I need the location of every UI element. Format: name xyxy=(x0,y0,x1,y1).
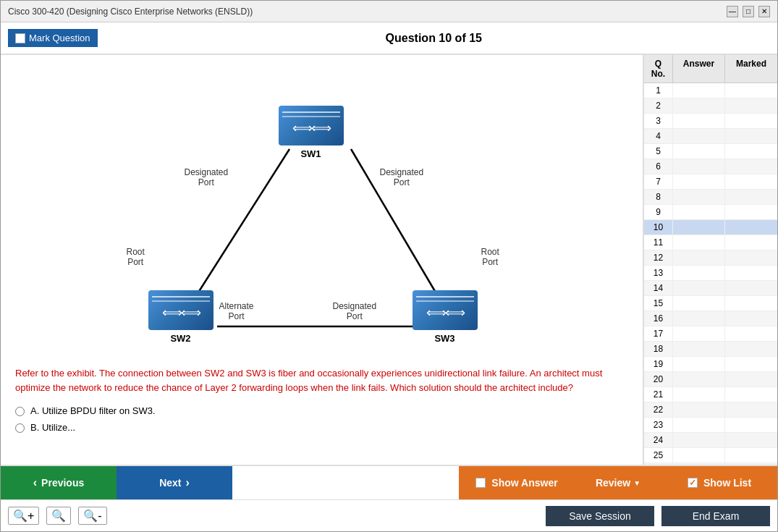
bottom-toolbar: ‹ Previous Next › Show Answer Review ▼ ✓… xyxy=(1,465,777,499)
mark-question-button[interactable]: Mark Question xyxy=(8,29,98,47)
sidebar-row[interactable]: 11 xyxy=(644,235,777,250)
sidebar-row[interactable]: 6 xyxy=(644,159,777,174)
diagram-area: ⇐⇒⇐⇒ SW1 Designated Port Designated Port xyxy=(1,55,643,359)
sidebar-row[interactable]: 14 xyxy=(644,281,777,296)
sw2-icon: ⇐⇒⇐⇒ xyxy=(148,290,213,330)
sidebar-cell-num: 15 xyxy=(644,296,673,311)
review-dropdown-icon: ▼ xyxy=(633,479,640,487)
answer-label-a: A. Utilize BPDU filter on SW3. xyxy=(30,405,156,416)
question-text: Refer to the exhibit. The connection bet… xyxy=(1,359,643,402)
sidebar-cell-marked xyxy=(725,159,777,174)
sidebar-cell-num: 1 xyxy=(644,83,673,98)
sidebar-cell-num: 10 xyxy=(644,220,673,235)
sidebar-cell-num: 3 xyxy=(644,114,673,128)
sw3-arrows: ⇐⇒⇐⇒ xyxy=(426,305,464,321)
save-session-label: Save Session xyxy=(569,510,631,522)
answer-radio-b[interactable] xyxy=(15,423,25,433)
sidebar-row[interactable]: 12 xyxy=(644,250,777,266)
sidebar-cell-answer xyxy=(673,174,725,189)
sidebar-row[interactable]: 18 xyxy=(644,342,777,357)
show-list-label: Show List xyxy=(703,477,751,489)
sidebar-cell-answer xyxy=(673,387,725,402)
sidebar-cell-answer xyxy=(673,205,725,219)
sidebar-row[interactable]: 2 xyxy=(644,98,777,114)
sidebar-row[interactable]: 4 xyxy=(644,129,777,144)
sidebar-row[interactable]: 24 xyxy=(644,433,777,448)
sidebar-cell-num: 13 xyxy=(644,266,673,280)
review-button[interactable]: Review ▼ xyxy=(575,466,661,499)
sidebar-cell-answer xyxy=(673,418,725,432)
sidebar-row[interactable]: 15 xyxy=(644,296,777,311)
next-button[interactable]: Next › xyxy=(117,466,232,499)
sidebar-cell-answer xyxy=(673,357,725,371)
sidebar-row[interactable]: 8 xyxy=(644,190,777,205)
answer-radio-a[interactable] xyxy=(15,407,25,416)
sidebar-row[interactable]: 23 xyxy=(644,418,777,433)
sidebar-cell-marked xyxy=(725,129,777,143)
sidebar-cell-marked xyxy=(725,205,777,219)
sidebar-cell-marked xyxy=(725,114,777,128)
sw1-arrows: ⇐⇒⇐⇒ xyxy=(292,120,330,136)
sidebar-row[interactable]: 25 xyxy=(644,448,777,463)
mark-question-label: Mark Question xyxy=(29,33,90,43)
sidebar-col-qno: Q No. xyxy=(644,55,673,83)
show-answer-label: Show Answer xyxy=(491,477,557,489)
close-button[interactable]: ✕ xyxy=(758,6,770,17)
sw2-switch: ⇐⇒⇐⇒ SW2 xyxy=(148,290,213,344)
sidebar-row[interactable]: 10 xyxy=(644,220,777,235)
sidebar-cell-marked xyxy=(725,402,777,417)
sidebar-row[interactable]: 19 xyxy=(644,357,777,372)
sidebar-row[interactable]: 9 xyxy=(644,205,777,220)
sw3-icon: ⇐⇒⇐⇒ xyxy=(413,290,478,330)
sidebar-cell-marked xyxy=(725,372,777,387)
sidebar-cell-marked xyxy=(725,83,777,98)
sw2-arrows: ⇐⇒⇐⇒ xyxy=(162,305,200,321)
maximize-button[interactable]: □ xyxy=(743,6,754,17)
sidebar-cell-num: 16 xyxy=(644,311,673,326)
answer-option-a: A. Utilize BPDU filter on SW3. xyxy=(15,405,628,416)
sidebar-row[interactable]: 7 xyxy=(644,174,777,190)
sidebar-cell-num: 18 xyxy=(644,342,673,356)
previous-button[interactable]: ‹ Previous xyxy=(1,466,117,499)
sidebar-cell-answer xyxy=(673,402,725,417)
zoom-out-button[interactable]: 🔍- xyxy=(78,507,106,525)
sidebar-row[interactable]: 21 xyxy=(644,387,777,402)
sidebar-cell-answer xyxy=(673,266,725,280)
sidebar-cell-num: 21 xyxy=(644,387,673,402)
sidebar-cell-num: 25 xyxy=(644,448,673,463)
sidebar-list[interactable]: 1 2 3 4 5 6 7 8 xyxy=(644,83,777,465)
show-answer-button[interactable]: Show Answer xyxy=(459,466,575,499)
sw3-switch: ⇐⇒⇐⇒ SW3 xyxy=(413,290,478,344)
sidebar-cell-answer xyxy=(673,296,725,311)
end-exam-button[interactable]: End Exam xyxy=(661,506,770,526)
save-session-button[interactable]: Save Session xyxy=(546,506,654,526)
sw2-right-port-label: Alternate Port xyxy=(219,301,254,321)
sidebar-row[interactable]: 16 xyxy=(644,311,777,326)
review-label: Review xyxy=(596,477,630,489)
sidebar-row[interactable]: 1 xyxy=(644,83,777,98)
sidebar-cell-marked xyxy=(725,326,777,341)
sidebar-cell-num: 2 xyxy=(644,98,673,113)
sidebar-cell-marked xyxy=(725,342,777,356)
minimize-button[interactable]: — xyxy=(727,6,738,17)
sidebar-cell-answer xyxy=(673,342,725,356)
prev-chevron-icon: ‹ xyxy=(33,476,37,489)
sidebar-cell-answer xyxy=(673,311,725,326)
sidebar-row[interactable]: 13 xyxy=(644,266,777,281)
sidebar-row[interactable]: 3 xyxy=(644,114,777,129)
sidebar-row[interactable]: 20 xyxy=(644,372,777,387)
answer-label-b: B. Utilize... xyxy=(30,422,75,433)
next-chevron-icon: › xyxy=(186,476,190,489)
sidebar-row[interactable]: 22 xyxy=(644,402,777,418)
show-list-button[interactable]: ✓ Show List xyxy=(661,466,777,499)
question-area: ⇐⇒⇐⇒ SW1 Designated Port Designated Port xyxy=(1,55,643,465)
sidebar-row[interactable]: 5 xyxy=(644,144,777,159)
zoom-reset-button[interactable]: 🔍 xyxy=(46,507,71,525)
show-list-checkbox-icon: ✓ xyxy=(688,478,698,488)
sw1-label: SW1 xyxy=(300,148,321,159)
sidebar-row[interactable]: 17 xyxy=(644,326,777,342)
sidebar-cell-marked xyxy=(725,418,777,432)
zoom-in-button[interactable]: 🔍+ xyxy=(8,507,39,525)
sw3-left-port-label: Designated Port xyxy=(333,301,377,321)
sidebar-cell-num: 8 xyxy=(644,190,673,204)
